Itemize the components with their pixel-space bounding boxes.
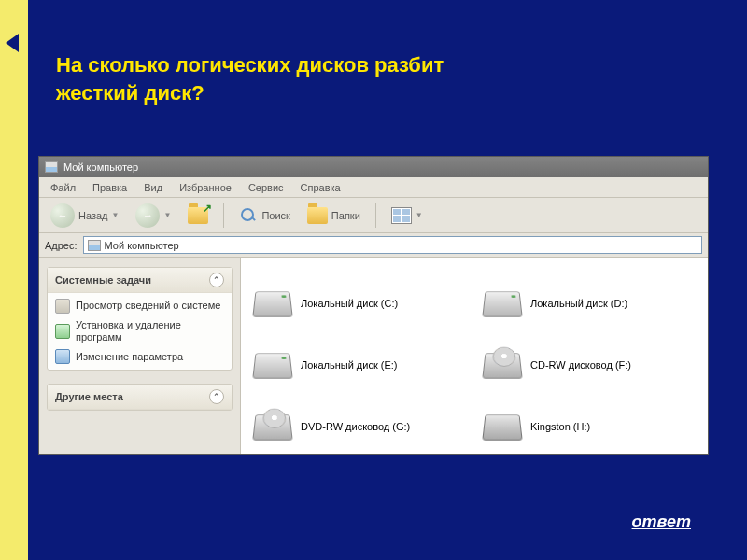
- drive-h[interactable]: Kingston (H:): [484, 398, 695, 455]
- panel-title: Системные задачи: [55, 274, 151, 286]
- drive-c[interactable]: Локальный диск (C:): [254, 274, 465, 332]
- drive-label: Локальный диск (E:): [301, 359, 398, 371]
- slide-back-triangle[interactable]: [6, 34, 19, 52]
- address-value: Мой компьютер: [105, 240, 179, 251]
- menu-edit[interactable]: Правка: [85, 180, 134, 195]
- tasks-sidebar: Системные задачи ⌃ Просмотр сведений о с…: [39, 258, 241, 454]
- drive-label: DVD-RW дисковод (G:): [301, 421, 410, 432]
- slide-title: На сколько логических дисков разбит жест…: [56, 51, 523, 106]
- window-title: Мой компьютер: [63, 161, 138, 173]
- dropdown-arrow-icon: ▼: [163, 211, 171, 219]
- views-icon: [391, 207, 412, 224]
- chevron-up-icon: ⌃: [209, 273, 224, 287]
- explorer-window: Мой компьютер Файл Правка Вид Избранное …: [38, 156, 709, 455]
- separator: [223, 203, 224, 228]
- titlebar: Мой компьютер: [39, 157, 708, 177]
- chevron-up-icon: ⌃: [209, 389, 224, 404]
- forward-icon: →: [135, 203, 160, 228]
- back-button[interactable]: ← Назад ▼: [45, 202, 124, 230]
- panel-title: Другие места: [55, 391, 123, 402]
- dropdown-arrow-icon: ▼: [112, 211, 120, 219]
- flash-drive-icon: [482, 414, 522, 440]
- my-computer-icon: [45, 161, 58, 173]
- drive-label: Локальный диск (D:): [530, 298, 627, 309]
- hdd-icon: [252, 353, 292, 378]
- address-label: Адрес:: [45, 240, 78, 251]
- answer-link[interactable]: ответ: [632, 512, 691, 532]
- search-icon: [239, 206, 258, 225]
- menu-view[interactable]: Вид: [136, 180, 170, 195]
- task-label: Изменение параметра: [76, 351, 183, 363]
- back-icon: ←: [50, 203, 75, 228]
- content-area: Системные задачи ⌃ Просмотр сведений о с…: [39, 258, 708, 454]
- forward-button[interactable]: → ▼: [130, 202, 176, 230]
- menu-tools[interactable]: Сервис: [241, 180, 291, 195]
- system-tasks-panel: Системные задачи ⌃ Просмотр сведений о с…: [47, 267, 233, 371]
- menu-file[interactable]: Файл: [43, 180, 83, 195]
- programs-icon: [55, 324, 70, 339]
- optical-drive-icon: [252, 414, 292, 440]
- settings-icon: [55, 349, 70, 364]
- task-system-info[interactable]: Просмотр сведений о системе: [55, 299, 224, 314]
- separator: [375, 203, 376, 228]
- toolbar: ← Назад ▼ → ▼ Поиск Папки ▼: [39, 198, 708, 233]
- drive-e[interactable]: Локальный диск (E:): [254, 336, 465, 394]
- task-add-remove[interactable]: Установка и удаление программ: [55, 319, 224, 343]
- task-change-setting[interactable]: Изменение параметра: [55, 349, 224, 364]
- menu-help[interactable]: Справка: [293, 180, 348, 195]
- dropdown-arrow-icon: ▼: [416, 211, 423, 219]
- optical-drive-icon: [482, 353, 522, 378]
- drive-f[interactable]: CD-RW дисковод (F:): [484, 336, 695, 394]
- drives-pane: Локальный диск (C:) Локальный диск (D:) …: [241, 258, 708, 454]
- drive-label: Kingston (H:): [530, 421, 590, 432]
- folders-label: Папки: [331, 210, 360, 221]
- panel-body: Просмотр сведений о системе Установка и …: [48, 293, 232, 370]
- up-button[interactable]: [182, 205, 214, 226]
- other-places-panel: Другие места ⌃: [47, 384, 233, 411]
- drive-d[interactable]: Локальный диск (D:): [484, 274, 695, 332]
- panel-header[interactable]: Системные задачи ⌃: [48, 268, 232, 293]
- drive-label: CD-RW дисковод (F:): [530, 359, 631, 371]
- search-label: Поиск: [261, 210, 289, 221]
- folders-icon: [307, 207, 328, 224]
- address-bar: Адрес: Мой компьютер: [39, 233, 708, 258]
- address-input[interactable]: Мой компьютер: [83, 236, 702, 254]
- menubar: Файл Правка Вид Избранное Сервис Справка: [39, 177, 708, 198]
- hdd-icon: [252, 291, 292, 316]
- drive-label: Локальный диск (C:): [301, 298, 398, 309]
- folder-up-icon: [188, 207, 208, 224]
- task-label: Установка и удаление программ: [76, 319, 224, 343]
- drive-g[interactable]: DVD-RW дисковод (G:): [254, 398, 465, 455]
- panel-header[interactable]: Другие места ⌃: [48, 385, 232, 410]
- my-computer-icon: [88, 240, 101, 251]
- hdd-icon: [482, 291, 522, 316]
- info-icon: [55, 299, 70, 314]
- menu-favorites[interactable]: Избранное: [172, 180, 239, 195]
- views-button[interactable]: ▼: [386, 205, 429, 226]
- back-label: Назад: [78, 210, 108, 221]
- task-label: Просмотр сведений о системе: [76, 300, 220, 312]
- search-button[interactable]: Поиск: [233, 204, 295, 227]
- folders-button[interactable]: Папки: [302, 205, 366, 226]
